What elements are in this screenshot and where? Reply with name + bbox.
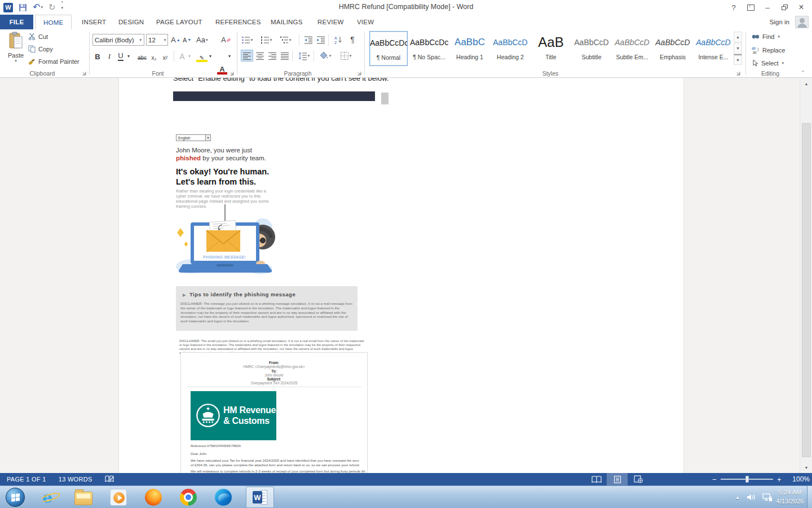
tab-design[interactable]: DESIGN (111, 15, 152, 29)
page-indicator[interactable]: PAGE 1 OF 1 (7, 476, 46, 483)
zoom-slider[interactable] (721, 479, 773, 480)
borders-button[interactable]: ▾ (337, 50, 354, 62)
chrome-icon[interactable] (179, 488, 197, 506)
scroll-down-button[interactable]: ▼ (801, 463, 811, 472)
tab-file[interactable]: FILE (0, 15, 33, 29)
font-size-dropdown-icon[interactable]: ▾ (162, 34, 167, 45)
web-layout-button[interactable] (628, 473, 648, 485)
subscript-button[interactable]: x₂ (149, 50, 159, 62)
paste-button[interactable]: Paste ▾ (3, 32, 28, 63)
tray-expand-icon[interactable]: ▲ (735, 495, 740, 500)
tab-review[interactable]: REVIEW (310, 15, 352, 29)
sort-button[interactable]: A Z (332, 34, 345, 46)
clipboard-dialog-launcher[interactable] (81, 71, 87, 76)
internet-explorer-icon[interactable]: e (38, 488, 56, 506)
start-button[interactable] (6, 488, 25, 507)
network-icon[interactable] (762, 493, 773, 502)
styles-scroll-down-button[interactable]: ▼ (734, 43, 742, 54)
find-button[interactable]: Find▾ (752, 33, 780, 40)
paste-dropdown-icon[interactable]: ▾ (3, 59, 28, 63)
grow-font-button[interactable]: A▲ (171, 34, 180, 46)
zoom-slider-thumb[interactable] (745, 476, 749, 483)
volume-icon[interactable] (747, 493, 756, 501)
styles-dialog-launcher[interactable] (735, 71, 741, 76)
justify-button[interactable] (279, 50, 291, 62)
underline-button[interactable]: U (116, 50, 126, 62)
italic-button[interactable]: I (105, 50, 114, 62)
style-heading1[interactable]: AaBbC Heading 1 (451, 31, 489, 66)
styles-gallery-more-button[interactable]: ▼ (734, 54, 742, 65)
shrink-font-button[interactable]: A▼ (183, 34, 191, 46)
file-explorer-icon[interactable] (74, 488, 92, 506)
avatar[interactable] (795, 16, 809, 28)
style-subtle-emphasis[interactable]: AaBbCcD Subtle Em... (613, 31, 651, 66)
scrollbar-thumb[interactable] (802, 123, 811, 457)
text-highlight-button[interactable]: ✎ (196, 50, 208, 62)
find-dropdown-icon[interactable]: ▾ (778, 34, 780, 39)
text-effects-button[interactable]: A (177, 50, 187, 62)
close-button[interactable]: × (793, 1, 810, 14)
font-color-button[interactable]: A (217, 62, 227, 75)
multilevel-list-button[interactable]: ▾ (279, 34, 292, 46)
ribbon-display-options-button[interactable] (742, 1, 759, 14)
language-select[interactable]: English ▼ (176, 134, 211, 141)
zoom-in-button[interactable]: + (775, 475, 783, 484)
select-button[interactable]: Select▾ (752, 59, 784, 67)
sign-in-link[interactable]: Sign in (770, 15, 789, 29)
copy-button[interactable]: Copy (28, 45, 53, 52)
underline-dropdown[interactable]: ▾ (125, 50, 132, 62)
document-area[interactable]: Select "Enable editing" to load the cont… (0, 78, 812, 473)
proofing-icon[interactable] (105, 475, 114, 483)
language-dropdown-icon[interactable]: ▼ (205, 135, 210, 141)
align-center-button[interactable] (254, 50, 266, 62)
font-color-dropdown[interactable]: ▾ (227, 50, 232, 62)
tab-insert[interactable]: INSERT (74, 15, 114, 29)
select-dropdown-icon[interactable]: ▾ (782, 61, 784, 65)
shading-button[interactable]: ▾ (317, 50, 334, 62)
zoom-out-button[interactable]: − (710, 475, 718, 484)
font-dialog-launcher[interactable] (229, 71, 235, 76)
word-count[interactable]: 13 WORDS (59, 476, 92, 483)
bold-button[interactable]: B (92, 50, 103, 62)
vertical-scrollbar[interactable]: ▲ ▼ (800, 78, 812, 473)
tab-view[interactable]: VIEW (349, 15, 382, 29)
firefox-icon[interactable] (144, 488, 162, 506)
tips-title[interactable]: ▶Tips to identify the phishing message (183, 291, 295, 297)
font-size-combo[interactable]: ▾ (146, 34, 168, 46)
show-desktop-button[interactable] (807, 486, 812, 508)
font-name-combo[interactable]: ▾ (92, 34, 144, 46)
styles-scroll-up-button[interactable]: ▲ (734, 32, 742, 42)
font-size-input[interactable] (147, 37, 162, 43)
cut-button[interactable]: Cut (28, 33, 48, 40)
restore-button[interactable] (776, 1, 793, 14)
strikethrough-button[interactable]: abc (135, 50, 149, 62)
align-left-button[interactable] (241, 50, 253, 62)
zoom-level[interactable]: 100% (789, 475, 810, 483)
font-name-dropdown-icon[interactable]: ▾ (138, 34, 144, 45)
bullets-button[interactable]: ▾ (241, 34, 253, 46)
align-right-button[interactable] (266, 50, 279, 62)
style-no-spacing[interactable]: AaBbCcDc ¶ No Spac... (410, 31, 448, 66)
numbering-button[interactable]: ▾ (260, 34, 272, 46)
tab-page-layout[interactable]: PAGE LAYOUT (148, 15, 210, 29)
superscript-button[interactable]: x² (160, 50, 170, 62)
minimize-button[interactable]: – (759, 1, 776, 14)
style-heading2[interactable]: AaBbCcD Heading 2 (491, 31, 529, 66)
paragraph-dialog-launcher[interactable] (356, 71, 362, 76)
read-mode-button[interactable] (586, 473, 607, 485)
style-subtitle[interactable]: AaBbCcD Subtitle (572, 31, 611, 66)
media-player-icon[interactable] (109, 488, 127, 506)
tab-references[interactable]: REFERENCES (208, 15, 269, 29)
paragraph-marks-button[interactable]: ¶ (346, 33, 359, 45)
style-emphasis[interactable]: AaBbCcD Emphasis (654, 31, 692, 66)
text-effects-dropdown[interactable]: ▾ (187, 50, 192, 62)
line-spacing-button[interactable]: ▾ (295, 50, 312, 62)
tab-mailings[interactable]: MAILINGS (263, 15, 311, 29)
style-intense-emphasis[interactable]: AaBbCcD Intense E... (694, 31, 732, 66)
style-normal[interactable]: AaBbCcDc ¶ Normal (369, 31, 408, 66)
style-title[interactable]: AaB Title (532, 31, 570, 66)
print-layout-button[interactable] (607, 473, 628, 485)
word-taskbar-button[interactable]: W (246, 487, 274, 508)
increase-indent-button[interactable] (315, 34, 327, 46)
replace-button[interactable]: ab ac Replace (752, 46, 785, 54)
